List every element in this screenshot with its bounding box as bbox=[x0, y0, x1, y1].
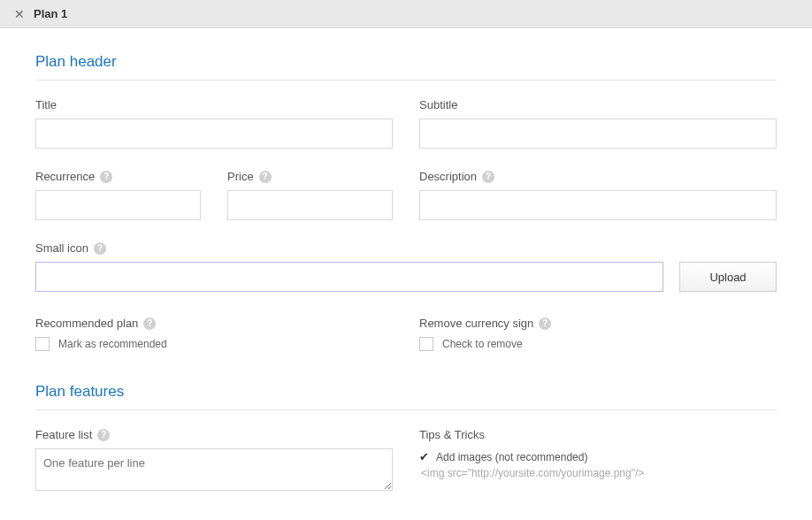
label-recurrence: Recurrence ? bbox=[35, 170, 201, 183]
label-feature-list: Feature list ? bbox=[35, 428, 393, 441]
col-left-pair: Recurrence ? Price ? bbox=[35, 170, 393, 220]
section-divider bbox=[35, 409, 777, 410]
help-icon[interactable]: ? bbox=[94, 242, 106, 255]
row-checkboxes: Recommended plan ? Mark as recommended R… bbox=[35, 317, 777, 351]
checkbox-row-remove-currency: Check to remove bbox=[419, 337, 777, 351]
label-description: Description ? bbox=[419, 170, 777, 183]
tip-text: Add images (not recommended) bbox=[436, 451, 587, 463]
label-description-text: Description bbox=[419, 170, 477, 183]
checkbox-label-remove-currency: Check to remove bbox=[442, 338, 523, 350]
label-subtitle: Subtitle bbox=[419, 98, 777, 111]
row-title-subtitle: Title Subtitle bbox=[35, 98, 777, 149]
input-recurrence[interactable] bbox=[35, 190, 201, 220]
panel-title: Plan 1 bbox=[34, 7, 67, 20]
close-icon[interactable]: ✕ bbox=[14, 8, 25, 20]
tips-title: Tips & Tricks bbox=[419, 428, 777, 441]
label-price: Price ? bbox=[227, 170, 393, 183]
checkbox-row-recommended: Mark as recommended bbox=[35, 337, 393, 351]
label-price-text: Price bbox=[227, 170, 254, 183]
input-description[interactable] bbox=[419, 190, 777, 220]
section-divider bbox=[35, 80, 777, 80]
row-recurrence-price-desc: Recurrence ? Price ? Description ? bbox=[35, 170, 777, 220]
help-icon[interactable]: ? bbox=[100, 171, 112, 183]
small-icon-input-wrap bbox=[35, 262, 663, 292]
label-small-icon: Small icon ? bbox=[35, 241, 777, 255]
input-subtitle[interactable] bbox=[419, 119, 777, 149]
help-icon[interactable]: ? bbox=[482, 171, 494, 183]
field-price: Price ? bbox=[227, 170, 393, 220]
help-icon[interactable]: ? bbox=[143, 317, 156, 330]
field-small-icon: Small icon ? Upload bbox=[35, 241, 777, 292]
label-small-icon-text: Small icon bbox=[35, 241, 88, 255]
label-recurrence-text: Recurrence bbox=[35, 170, 95, 183]
section-plan-header-title: Plan header bbox=[35, 53, 777, 71]
field-title: Title bbox=[35, 98, 393, 149]
section-plan-features-title: Plan features bbox=[35, 383, 777, 401]
checkbox-recommended[interactable] bbox=[35, 337, 50, 351]
row-features: Feature list ? Tips & Tricks ✔ Add image… bbox=[35, 428, 777, 493]
label-feature-list-text: Feature list bbox=[35, 428, 92, 441]
input-price[interactable] bbox=[227, 190, 393, 220]
help-icon[interactable]: ? bbox=[539, 317, 551, 330]
check-icon: ✔ bbox=[419, 450, 429, 463]
tips-tricks: Tips & Tricks ✔ Add images (not recommen… bbox=[419, 428, 777, 493]
panel-content: Plan header Title Subtitle Recurrence ? bbox=[0, 28, 812, 511]
field-subtitle: Subtitle bbox=[419, 98, 777, 149]
label-title-text: Title bbox=[35, 98, 57, 111]
field-recurrence: Recurrence ? bbox=[35, 170, 201, 220]
panel-header: ✕ Plan 1 bbox=[0, 0, 812, 28]
tip-item: ✔ Add images (not recommended) bbox=[419, 450, 777, 463]
field-recommended: Recommended plan ? Mark as recommended bbox=[35, 317, 393, 351]
input-title[interactable] bbox=[35, 119, 393, 149]
upload-button[interactable]: Upload bbox=[679, 262, 777, 292]
input-small-icon[interactable] bbox=[35, 262, 663, 292]
field-feature-list: Feature list ? bbox=[35, 428, 393, 493]
label-recommended: Recommended plan ? bbox=[35, 317, 393, 330]
field-remove-currency: Remove currency sign ? Check to remove bbox=[419, 317, 777, 351]
label-remove-currency-text: Remove currency sign bbox=[419, 317, 533, 330]
help-icon[interactable]: ? bbox=[259, 171, 272, 183]
label-title: Title bbox=[35, 98, 393, 111]
section-plan-features: Plan features Feature list ? Tips & Tric… bbox=[35, 383, 777, 493]
label-remove-currency: Remove currency sign ? bbox=[419, 317, 777, 330]
tip-code: <img src="http://yoursite.com/yourimage.… bbox=[419, 467, 777, 479]
label-subtitle-text: Subtitle bbox=[419, 98, 457, 111]
row-small-icon: Upload bbox=[35, 262, 777, 292]
checkbox-label-recommended: Mark as recommended bbox=[58, 338, 167, 350]
help-icon[interactable]: ? bbox=[97, 429, 110, 441]
label-recommended-text: Recommended plan bbox=[35, 317, 138, 330]
field-description: Description ? bbox=[419, 170, 777, 220]
checkbox-remove-currency[interactable] bbox=[419, 337, 433, 351]
textarea-feature-list[interactable] bbox=[35, 448, 393, 491]
